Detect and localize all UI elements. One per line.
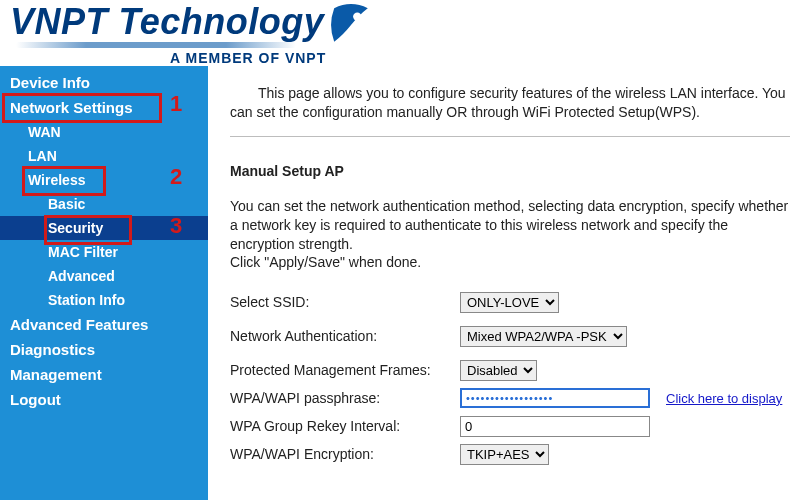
sidebar: Device InfoNetwork Settings1WANLANWirele… xyxy=(0,66,208,500)
sidebar-item-label: Basic xyxy=(48,196,85,212)
encryption-label: WPA/WAPI Encryption: xyxy=(230,446,460,462)
brand-name: VNPT Technology xyxy=(10,4,324,40)
display-passphrase-link[interactable]: Click here to display xyxy=(666,391,782,406)
auth-select[interactable]: Mixed WPA2/WPA -PSK xyxy=(460,326,627,347)
sidebar-item-label: Security xyxy=(48,220,103,236)
sidebar-item-logout[interactable]: Logout xyxy=(0,387,208,412)
sidebar-item-label: Wireless xyxy=(28,172,85,188)
sidebar-item-label: Logout xyxy=(10,391,61,408)
sidebar-item-label: Station Info xyxy=(48,292,125,308)
sidebar-item-label: Diagnostics xyxy=(10,341,95,358)
auth-label: Network Authentication: xyxy=(230,328,460,344)
sidebar-item-diagnostics[interactable]: Diagnostics xyxy=(0,337,208,362)
sidebar-item-label: Advanced xyxy=(48,268,115,284)
header: VNPT Technology A MEMBER OF VNPT xyxy=(0,0,800,66)
sidebar-item-label: Advanced Features xyxy=(10,316,148,333)
sidebar-item-management[interactable]: Management xyxy=(0,362,208,387)
brand-logo-icon xyxy=(330,4,372,46)
sidebar-item-label: MAC Filter xyxy=(48,244,118,260)
ssid-select[interactable]: ONLY-LOVE xyxy=(460,292,559,313)
brand: VNPT Technology xyxy=(10,4,790,48)
sidebar-item-label: Network Settings xyxy=(10,99,133,116)
brand-underline xyxy=(16,42,296,48)
annotation-3: 3 xyxy=(170,213,182,239)
ssid-label: Select SSID: xyxy=(230,294,460,310)
sidebar-item-label: Device Info xyxy=(10,74,90,91)
sidebar-item-station-info[interactable]: Station Info xyxy=(0,288,208,312)
sidebar-item-mac-filter[interactable]: MAC Filter xyxy=(0,240,208,264)
svg-point-0 xyxy=(353,12,361,20)
content-panel: This page allows you to configure securi… xyxy=(208,66,800,500)
sidebar-item-wan[interactable]: WAN xyxy=(0,120,208,144)
sidebar-item-label: WAN xyxy=(28,124,61,140)
section-title: Manual Setup AP xyxy=(230,163,790,179)
sidebar-item-advanced[interactable]: Advanced xyxy=(0,264,208,288)
section-desc: You can set the network authentication m… xyxy=(230,197,790,273)
divider xyxy=(230,136,790,137)
rekey-input[interactable] xyxy=(460,416,650,437)
sidebar-item-advanced-features[interactable]: Advanced Features xyxy=(0,312,208,337)
passphrase-input[interactable] xyxy=(460,388,650,408)
pmf-select[interactable]: Disabled xyxy=(460,360,537,381)
annotation-2: 2 xyxy=(170,164,182,190)
encryption-select[interactable]: TKIP+AES xyxy=(460,444,549,465)
sidebar-item-label: LAN xyxy=(28,148,57,164)
sidebar-item-label: Management xyxy=(10,366,102,383)
passphrase-label: WPA/WAPI passphrase: xyxy=(230,390,460,406)
brand-sub: A MEMBER OF VNPT xyxy=(170,50,790,66)
pmf-label: Protected Management Frames: xyxy=(230,362,460,378)
annotation-1: 1 xyxy=(170,91,182,117)
rekey-label: WPA Group Rekey Interval: xyxy=(230,418,460,434)
intro-text: This page allows you to configure securi… xyxy=(230,84,790,122)
